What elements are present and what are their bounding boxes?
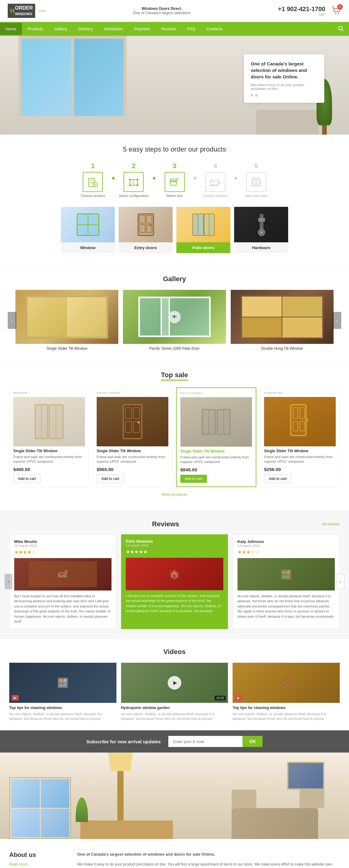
category-hardware[interactable]: Hardware [234, 207, 288, 253]
room-photo-section [0, 752, 349, 839]
svg-text:+: + [94, 183, 96, 186]
product-card-2: ENTRY DOORS Single Slider Tilt Window Fr… [93, 388, 172, 487]
reviews-section: Reviews All reviews ‹ Mike Moolin 12 mar… [0, 510, 349, 638]
logo-h: H [10, 7, 14, 14]
svg-point-12 [137, 179, 138, 181]
svg-line-18 [178, 178, 179, 179]
nav-products[interactable]: Products [22, 23, 49, 35]
main-nav: Home Products Gallery Delivery Installat… [0, 22, 349, 36]
category-window[interactable]: Window [61, 207, 115, 253]
svg-rect-27 [256, 179, 259, 185]
nav-payment[interactable]: Payment [128, 23, 155, 35]
svg-point-13 [129, 184, 131, 186]
reviews-prev-btn[interactable]: ‹ [5, 574, 12, 589]
step-1: 1 + Choose product [76, 162, 110, 197]
subscribe-title: Subscribe for new arrival updates [86, 739, 161, 744]
nav-search[interactable] [332, 22, 349, 36]
phone-number[interactable]: +1 902-421-1700 [278, 5, 325, 13]
video-item-1[interactable]: 🪟 ▶ Top tips for cleaning windows No one… [9, 663, 116, 721]
svg-point-11 [129, 179, 131, 181]
gallery-prev-btn[interactable]: ‹ [8, 312, 17, 329]
about-section: About us Read more One of Canada's large… [0, 839, 349, 868]
svg-rect-19 [210, 180, 219, 185]
subscribe-email-input[interactable] [168, 736, 242, 747]
logo-online: online [38, 9, 46, 12]
reviews-next-btn[interactable]: › [337, 574, 344, 589]
nav-faq[interactable]: FAQ [182, 23, 201, 35]
videos-title: Videos [9, 648, 340, 656]
more-products-link[interactable]: More products [162, 492, 187, 497]
gallery-label-1: Single Slider Tilt Window [16, 346, 118, 351]
step-5: 5 Take your order [239, 162, 273, 197]
add-to-cart-btn-4[interactable]: Add to cart [264, 474, 291, 483]
add-to-cart-btn-3[interactable]: Add to cart [180, 475, 207, 483]
header-tagline: Windows Doors Direct. One of Canada's la… [133, 6, 191, 15]
read-more-link[interactable]: Read more [9, 862, 28, 866]
step-4: 4 Choose delivery [198, 162, 232, 197]
svg-point-1 [338, 13, 339, 14]
category-entry-doors[interactable]: Entry doors [119, 207, 173, 253]
svg-point-21 [211, 185, 213, 186]
svg-point-22 [215, 185, 217, 186]
hero-section: One of Canada's largest selection of win… [0, 36, 349, 134]
svg-point-64 [305, 418, 308, 422]
review-card-1: Mike Moolin 12 march 2015 ★★★★☆ 🛋 But I … [9, 534, 116, 629]
review-card-2: Elvis Newman 13 march 2015 ★★★★★ 🏠 I wil… [121, 534, 228, 629]
videos-section: Videos 🪟 ▶ Top tips for cleaning windows… [0, 638, 349, 731]
step-2: 2 Select configuration [117, 162, 151, 197]
header-contact: +1 902-421-1700 login 3 [278, 5, 341, 17]
video-item-2[interactable]: ▶ 14:02 Hydroponic window garden No one … [121, 663, 228, 721]
categories-row: Window Entry doors [9, 207, 340, 253]
svg-point-44 [260, 231, 263, 234]
add-to-cart-btn-1[interactable]: Add to cart [13, 474, 40, 483]
gallery-next-btn[interactable]: › [332, 312, 341, 329]
steps-title: 5 easy steps to order our products [9, 145, 340, 153]
cart-badge: 3 [337, 4, 343, 9]
svg-point-54 [138, 421, 140, 424]
hero-info-box: One of Canada's largest selection of win… [244, 54, 324, 103]
video-item-3[interactable]: 🚪 ▶ Top tips for cleaning windows No one… [233, 663, 340, 721]
gallery-label-3: Double Hung Tilt Window [231, 346, 333, 351]
nav-gallery[interactable]: Gallery [49, 23, 72, 35]
nav-reviews[interactable]: Reviews [156, 23, 182, 35]
about-title: About us [9, 851, 65, 859]
logo-name: ORDERWINDOWS [15, 5, 33, 17]
svg-line-3 [342, 30, 343, 31]
svg-point-14 [137, 184, 138, 186]
all-reviews-link[interactable]: All reviews [322, 522, 340, 526]
review-card-3: Katy Johnson 13 march 2015 ★★★☆☆ 🪟 No on… [233, 534, 340, 629]
product-card-4: HARDWARE Single Slider Tilt Window Frame… [260, 388, 340, 487]
gallery-label-2: Pacific Series 1000 Patio Door [123, 346, 226, 351]
steps-section: 5 easy steps to order our products 1 + C… [0, 134, 349, 264]
svg-point-0 [335, 13, 336, 14]
search-icon [338, 26, 344, 31]
product-card-3: PATIO DOORS Single Slider Tilt Window Fr… [176, 388, 256, 487]
reviews-title: Reviews [152, 520, 179, 528]
step-3: 3 Select size [157, 162, 192, 197]
nav-contacts[interactable]: Contacts [201, 23, 228, 35]
svg-rect-42 [258, 218, 265, 222]
topsale-title: Top sale [161, 371, 188, 381]
subscribe-section: Subscribe for new arrival updates OK [0, 730, 349, 752]
add-to-cart-btn-2[interactable]: Add to cart [97, 474, 124, 483]
site-header: H ORDERWINDOWS online Windows Doors Dire… [0, 0, 349, 22]
gallery-item-1: Single Slider Tilt Window [16, 290, 118, 351]
gallery-title: Gallery [9, 275, 340, 283]
product-card-1: WINDOW Single Slider Tilt Window Frame a… [9, 388, 89, 487]
nav-home[interactable]: Home [0, 23, 22, 35]
svg-rect-26 [253, 179, 256, 185]
subscribe-submit-btn[interactable]: OK [242, 736, 263, 747]
cart-icon[interactable]: 3 [331, 5, 341, 17]
gallery-item-3: Double Hung Tilt Window [231, 290, 333, 351]
gallery-item-2: 👁 Pacific Series 1000 Patio Door [123, 290, 226, 351]
category-patio-doors[interactable]: Patio doors [176, 207, 230, 253]
gallery-section: Gallery ‹ Single Slider Tilt Window [0, 264, 349, 362]
svg-point-2 [339, 26, 342, 30]
topsale-section: Top sale WINDOW Single Slider Tilt Windo… [0, 362, 349, 510]
login-link[interactable]: login [278, 13, 325, 16]
nav-delivery[interactable]: Delivery [72, 23, 98, 35]
svg-point-36 [149, 224, 151, 226]
logo[interactable]: H ORDERWINDOWS online [8, 4, 46, 18]
nav-installation[interactable]: Installation [98, 23, 128, 35]
